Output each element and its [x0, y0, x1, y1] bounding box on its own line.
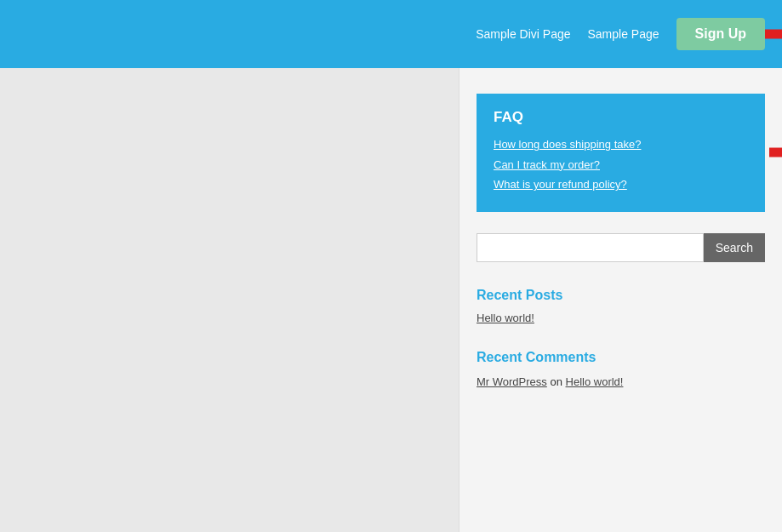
faq-section: FAQ How long does shipping take? Can I t… [477, 94, 765, 212]
search-button[interactable]: Search [704, 233, 765, 262]
faq-title: FAQ [494, 109, 748, 126]
faq-item-2[interactable]: What is your refund policy? [494, 176, 748, 193]
svg-marker-1 [769, 138, 782, 168]
faq-arrow-indicator [769, 134, 782, 172]
recent-posts-title: Recent Posts [477, 288, 765, 303]
nav-sample-page[interactable]: Sample Page [588, 27, 659, 41]
faq-item-0[interactable]: How long does shipping take? [494, 136, 748, 153]
search-widget: Search [477, 233, 765, 262]
header-nav: Sample Divi Page Sample Page Sign Up [476, 18, 765, 50]
comment-entry-0: Mr WordPress on Hello world! [477, 374, 765, 392]
comment-author-0[interactable]: Mr WordPress [477, 375, 547, 388]
red-arrow-faq-icon [769, 134, 782, 172]
recent-comments-title: Recent Comments [477, 350, 765, 365]
header-arrow-indicator [765, 15, 782, 54]
red-arrow-right-icon [765, 15, 782, 54]
main-content: FAQ How long does shipping take? Can I t… [0, 68, 782, 532]
recent-comments-section: Recent Comments Mr WordPress on Hello wo… [477, 350, 765, 392]
recent-posts-section: Recent Posts Hello world! [477, 288, 765, 324]
faq-item-1[interactable]: Can I track my order? [494, 157, 748, 174]
svg-marker-0 [765, 20, 782, 49]
right-panel: FAQ How long does shipping take? Can I t… [459, 68, 782, 532]
left-panel [0, 68, 459, 532]
comment-preposition-0: on [550, 375, 565, 388]
recent-post-0[interactable]: Hello world! [477, 312, 765, 324]
comment-post-0[interactable]: Hello world! [566, 375, 624, 388]
signup-button[interactable]: Sign Up [676, 18, 765, 50]
faq-box: FAQ How long does shipping take? Can I t… [477, 94, 765, 212]
search-input[interactable] [477, 233, 704, 262]
header: Sample Divi Page Sample Page Sign Up [0, 0, 782, 68]
nav-sample-divi[interactable]: Sample Divi Page [476, 27, 570, 41]
